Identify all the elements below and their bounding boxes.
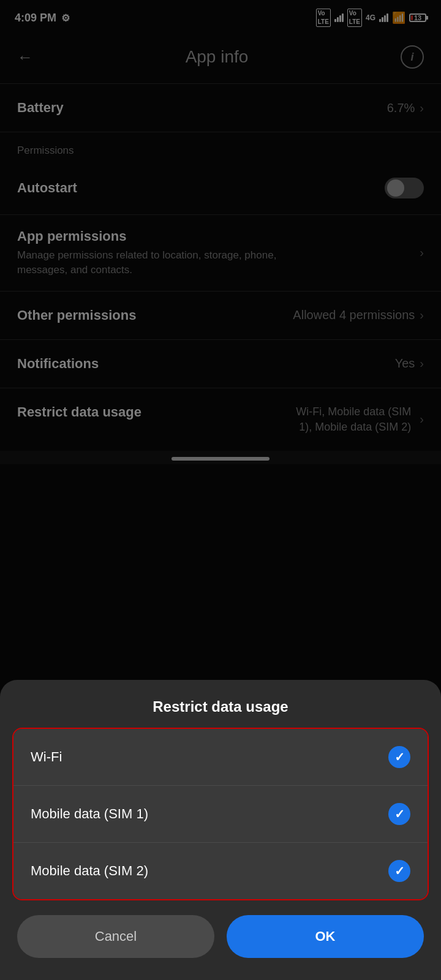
home-bar: [172, 457, 270, 461]
sim1-option[interactable]: Mobile data (SIM 1) ✓: [13, 786, 428, 843]
sim2-option[interactable]: Mobile data (SIM 2) ✓: [13, 843, 428, 899]
sim1-option-label: Mobile data (SIM 1): [31, 806, 148, 822]
sim1-checkmark-icon: ✓: [394, 807, 405, 821]
wifi-option[interactable]: Wi-Fi ✓: [13, 729, 428, 786]
sim1-checkbox[interactable]: ✓: [388, 803, 410, 825]
restrict-data-bottom-sheet: Restrict data usage Wi-Fi ✓ Mobile data …: [0, 680, 441, 980]
wifi-checkbox[interactable]: ✓: [388, 746, 410, 768]
sim2-checkbox[interactable]: ✓: [388, 860, 410, 882]
sheet-options-container: Wi-Fi ✓ Mobile data (SIM 1) ✓ Mobile dat…: [12, 728, 429, 900]
bottom-sheet-title: Restrict data usage: [0, 680, 441, 728]
cancel-button[interactable]: Cancel: [17, 915, 214, 958]
ok-button[interactable]: OK: [227, 915, 424, 958]
sheet-actions: Cancel OK: [0, 900, 441, 968]
home-indicator: [0, 451, 441, 464]
sim2-option-label: Mobile data (SIM 2): [31, 863, 148, 879]
wifi-checkmark-icon: ✓: [394, 750, 405, 764]
wifi-option-label: Wi-Fi: [31, 749, 62, 765]
sim2-checkmark-icon: ✓: [394, 864, 405, 878]
